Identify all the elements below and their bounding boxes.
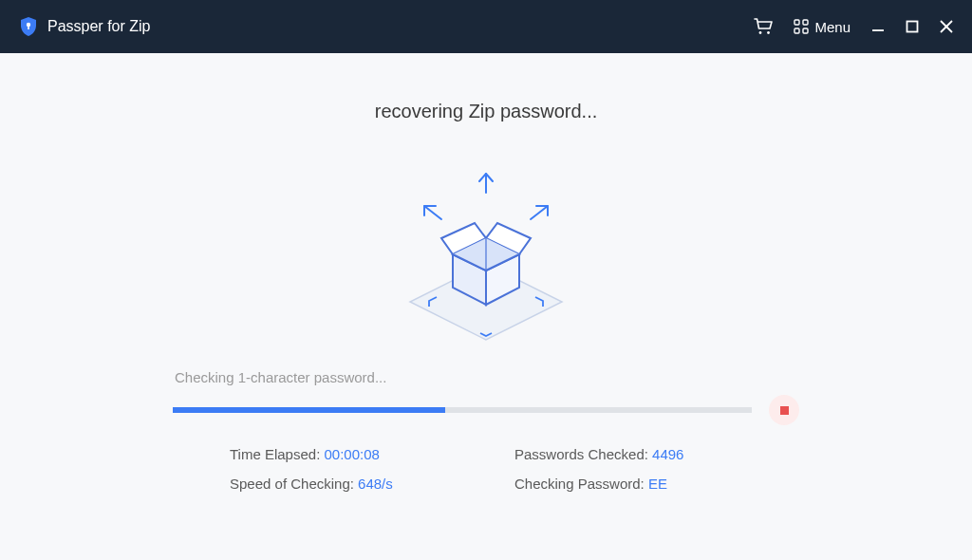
app-title: Passper for Zip	[47, 18, 150, 35]
stat-value: 00:00:08	[325, 446, 380, 462]
stat-value: 648/s	[358, 476, 393, 492]
stat-checking-password: Checking Password: EE	[514, 476, 742, 492]
stats: Time Elapsed: 00:00:08 Passwords Checked…	[173, 446, 799, 492]
maximize-button[interactable]	[906, 20, 919, 33]
page-title: recovering Zip password...	[375, 101, 598, 122]
close-button[interactable]	[940, 20, 953, 33]
stat-label: Speed of Checking:	[230, 476, 358, 492]
svg-rect-7	[803, 28, 808, 33]
minimize-button[interactable]	[871, 20, 885, 33]
svg-line-13	[424, 206, 441, 219]
stat-speed: Speed of Checking: 648/s	[230, 476, 458, 492]
progress-status-text: Checking 1-character password...	[173, 369, 799, 385]
svg-point-3	[768, 31, 771, 34]
shield-icon	[19, 16, 38, 37]
menu-label: Menu	[814, 19, 850, 35]
svg-point-2	[759, 31, 762, 34]
progress-bar-fill	[173, 407, 445, 413]
stat-label: Checking Password:	[514, 476, 648, 492]
progress-bar-container	[173, 395, 799, 425]
svg-rect-4	[794, 20, 799, 25]
stat-time-elapsed: Time Elapsed: 00:00:08	[230, 446, 458, 462]
svg-rect-1	[28, 26, 29, 29]
svg-line-14	[531, 206, 548, 219]
svg-rect-9	[907, 22, 918, 32]
stop-icon	[780, 406, 789, 415]
stat-value: EE	[648, 476, 667, 492]
stat-passwords-checked: Passwords Checked: 4496	[514, 446, 742, 462]
svg-rect-6	[794, 28, 799, 33]
stat-value: 4496	[652, 446, 683, 462]
titlebar-right: Menu	[754, 18, 953, 35]
menu-grid-icon	[794, 19, 809, 34]
progress-bar	[173, 407, 752, 413]
svg-rect-5	[803, 20, 808, 25]
stat-label: Passwords Checked:	[514, 446, 652, 462]
main-content: recovering Zip password...	[0, 53, 972, 492]
titlebar: Passper for Zip Menu	[0, 0, 972, 53]
progress-section: Checking 1-character password... Time El…	[173, 369, 799, 492]
stop-button[interactable]	[769, 395, 799, 425]
stat-label: Time Elapsed:	[230, 446, 325, 462]
menu-button[interactable]: Menu	[794, 19, 850, 35]
cart-icon[interactable]	[754, 18, 773, 35]
box-illustration	[367, 164, 605, 345]
titlebar-left: Passper for Zip	[19, 16, 150, 37]
